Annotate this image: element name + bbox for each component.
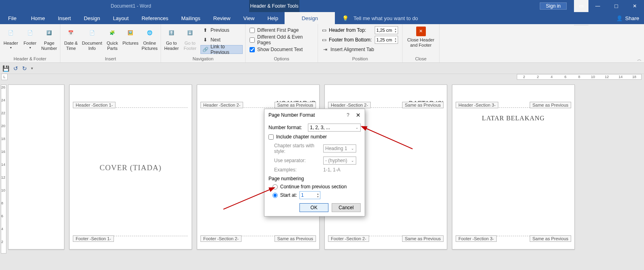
ok-button[interactable]: OK bbox=[299, 203, 328, 212]
tab-file[interactable]: File bbox=[0, 12, 25, 24]
undo-icon[interactable]: ↺ bbox=[13, 65, 18, 72]
dialog-help-icon[interactable]: ? bbox=[347, 112, 349, 118]
page-number-button[interactable]: #️⃣Page Number bbox=[41, 26, 58, 51]
start-at-value: 1 bbox=[301, 192, 304, 198]
header-button[interactable]: 📄Header▾ bbox=[2, 26, 19, 50]
footer-tag: Footer -Section 1- bbox=[73, 235, 114, 242]
goto-header-button[interactable]: ⬆️Go to Header bbox=[163, 26, 180, 51]
page-1[interactable] bbox=[8, 85, 64, 249]
insert-alignment-tab-button[interactable]: ⇥Insert Alignment Tab bbox=[320, 45, 400, 54]
save-icon[interactable]: 💾 bbox=[2, 65, 9, 72]
header-label: Header bbox=[4, 41, 18, 46]
cancel-button[interactable]: Cancel bbox=[332, 203, 361, 212]
start-at-radio[interactable]: Start at: 1▴▾ bbox=[268, 191, 361, 199]
share-button[interactable]: 👤 Share bbox=[616, 15, 639, 21]
tab-context-design[interactable]: Design bbox=[285, 12, 335, 24]
pictures-button[interactable]: 🖼️Pictures bbox=[122, 26, 139, 46]
separator-dropdown: - (hyphen)⌄ bbox=[323, 157, 356, 165]
start-at-input[interactable]: 1▴▾ bbox=[299, 191, 320, 199]
group-insert: Insert bbox=[63, 56, 158, 62]
tab-home[interactable]: Home bbox=[25, 12, 52, 24]
link-icon: 🔗 bbox=[202, 46, 208, 53]
header-icon: 📄 bbox=[4, 27, 17, 39]
next-label: Next bbox=[211, 37, 221, 43]
share-icon: 👤 bbox=[616, 15, 623, 21]
page-numbering-section: Page numbering bbox=[268, 176, 361, 181]
footer-icon: 📄 bbox=[24, 27, 37, 39]
tab-layout[interactable]: Layout bbox=[107, 12, 135, 24]
next-button[interactable]: ⬇Next bbox=[200, 35, 243, 44]
footer-button[interactable]: 📄Footer▾ bbox=[22, 26, 39, 50]
different-odd-even-checkbox[interactable]: Different Odd & Even Pages bbox=[248, 35, 315, 44]
chapter-style-label: Chapter starts with style: bbox=[268, 143, 320, 154]
previous-label: Previous bbox=[211, 27, 229, 33]
different-first-page-checkbox[interactable]: Different First Page bbox=[248, 26, 315, 35]
tab-references[interactable]: References bbox=[135, 12, 175, 24]
footer-from-bottom-row: ▭ Footer from Bottom: 1,25 cm▴▾ bbox=[320, 35, 400, 44]
insert-alignment-tab-label: Insert Alignment Tab bbox=[330, 47, 374, 52]
tab-insert[interactable]: Insert bbox=[52, 12, 78, 24]
header-from-top-label: Header from Top: bbox=[329, 27, 372, 33]
sign-in-button[interactable]: Sign in bbox=[540, 2, 567, 10]
tab-mailings[interactable]: Mailings bbox=[175, 12, 207, 24]
previous-button[interactable]: ⬆Previous bbox=[200, 26, 243, 35]
calendar-icon: 📅 bbox=[64, 27, 77, 39]
footer-tag: Footer -Section 2- bbox=[200, 235, 242, 242]
vertical-ruler[interactable]: 26 24 22 20 18 16 14 12 10 8 6 4 2 bbox=[0, 80, 8, 270]
goto-header-icon: ⬆️ bbox=[165, 27, 178, 39]
tab-selector[interactable]: L bbox=[1, 74, 8, 80]
tab-view[interactable]: View bbox=[237, 12, 261, 24]
group-close: Close bbox=[405, 56, 437, 62]
same-as-previous-tag: Same as Previous bbox=[275, 102, 316, 108]
goto-header-label: Go to Header bbox=[163, 41, 180, 51]
continue-previous-radio[interactable]: Continue from previous section bbox=[268, 184, 361, 190]
document-title: Document1 - Word bbox=[111, 3, 151, 9]
footer-tag: Footer -Section 3- bbox=[456, 235, 497, 242]
footer-label: Footer bbox=[24, 41, 37, 46]
next-icon: ⬇ bbox=[202, 37, 208, 43]
include-chapter-number-checkbox[interactable]: Include chapter number bbox=[268, 134, 361, 140]
chapter-style-dropdown: Heading 1⌄ bbox=[323, 144, 356, 153]
tab-help[interactable]: Help bbox=[261, 12, 285, 24]
group-navigation: Navigation bbox=[163, 56, 243, 62]
examples-value: 1-1, 1-A bbox=[323, 167, 341, 173]
footer-from-bottom-input[interactable]: 1,25 cm▴▾ bbox=[375, 36, 398, 44]
tab-review[interactable]: Review bbox=[207, 12, 237, 24]
group-header-footer: Header & Footer bbox=[2, 56, 58, 62]
quick-parts-button[interactable]: 🧩Quick Parts bbox=[105, 26, 120, 51]
header-from-top-input[interactable]: 1,25 cm▴▾ bbox=[375, 26, 398, 34]
close-window-icon[interactable] bbox=[625, 0, 644, 12]
page-number-format-dialog: Page Number Format ? ✕ Number format: 1,… bbox=[264, 109, 365, 216]
number-format-value: 1, 2, 3, ... bbox=[310, 125, 330, 130]
redo-icon[interactable]: ↻ bbox=[22, 65, 27, 72]
date-time-button[interactable]: 📅Date & Time bbox=[63, 26, 79, 51]
header-top-icon: ▭ bbox=[322, 27, 326, 33]
tell-me-search[interactable]: 💡 Tell me what you want to do bbox=[342, 15, 418, 21]
close-header-footer-button[interactable]: ✕ Close Header and Footer bbox=[405, 26, 437, 48]
link-to-previous-button[interactable]: 🔗Link to Previous bbox=[200, 45, 243, 54]
minimize-icon[interactable] bbox=[588, 0, 607, 12]
footer-tag: Footer -Section 2- bbox=[328, 235, 369, 242]
online-pictures-button[interactable]: 🌐Online Pictures bbox=[141, 26, 158, 51]
goto-footer-label: Go to Footer bbox=[182, 41, 198, 51]
horizontal-ruler[interactable]: 2246810121418 bbox=[517, 74, 642, 80]
collapse-ribbon-icon[interactable]: ︿ bbox=[637, 56, 642, 62]
number-format-dropdown[interactable]: 1, 2, 3, ...⌄ bbox=[308, 124, 361, 132]
tab-design[interactable]: Design bbox=[77, 12, 106, 24]
alignment-tab-icon: ⇥ bbox=[322, 46, 328, 53]
page-5[interactable]: Header -Section 3- I (BILANG LATAR BELAK… bbox=[452, 85, 575, 249]
page-2[interactable]: Header -Section 1- COVER (TIADA) Footer … bbox=[69, 85, 192, 249]
lightbulb-icon: 💡 bbox=[342, 15, 349, 21]
goto-footer-button[interactable]: ⬇️Go to Footer bbox=[182, 26, 198, 51]
maximize-icon[interactable] bbox=[607, 0, 625, 12]
show-document-text-checkbox[interactable]: Show Document Text bbox=[248, 45, 315, 54]
header-from-top-row: ▭ Header from Top: 1,25 cm▴▾ bbox=[320, 26, 400, 35]
dialog-close-icon[interactable]: ✕ bbox=[356, 112, 361, 118]
document-info-button[interactable]: 📄Document Info bbox=[82, 26, 103, 51]
document-info-label: Document Info bbox=[82, 41, 103, 51]
tell-me-placeholder: Tell me what you want to do bbox=[353, 15, 418, 21]
include-chapter-number-label: Include chapter number bbox=[276, 134, 327, 140]
customize-qat-icon[interactable]: ▾ bbox=[31, 66, 33, 70]
previous-icon: ⬆ bbox=[202, 27, 208, 33]
footer-from-bottom-value: 1,25 cm bbox=[376, 37, 392, 42]
